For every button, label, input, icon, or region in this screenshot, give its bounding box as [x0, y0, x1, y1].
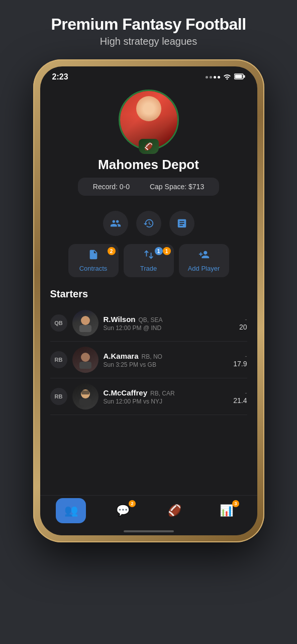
contracts-badge: 2	[108, 247, 116, 255]
trade-btn[interactable]: 1 1 Trade	[124, 244, 174, 277]
record-value: 0-0	[120, 183, 130, 191]
player-pos-team: RB, NO	[142, 353, 162, 360]
contracts-btn[interactable]: 2 Contracts	[68, 244, 119, 277]
team-name: Mahomes Depot	[98, 157, 199, 173]
stats-tab-icon: 📊	[220, 504, 233, 517]
svg-point-5	[81, 353, 90, 362]
tab-football[interactable]: 🏈	[159, 498, 189, 523]
position-badge-qb: QB	[50, 314, 67, 332]
player-game: Sun 12:00 PM vs NYJ	[104, 398, 224, 405]
tab-bar: 👥 2 💬 🏈 3 📊	[40, 495, 257, 535]
svg-rect-9	[81, 390, 89, 394]
trade-badge-orange: 1	[163, 247, 171, 255]
player-pos-team: RB, CAR	[150, 390, 175, 397]
team-action-btn[interactable]	[103, 211, 128, 236]
helmet-badge	[139, 139, 159, 154]
avatar	[72, 383, 98, 410]
action-icons-row	[40, 204, 257, 238]
screen-content: Mahomes Depot Record: 0-0 Cap Space: $71…	[40, 85, 257, 535]
wifi-icon	[223, 73, 231, 81]
table-row[interactable]: RB A.Kamara	[50, 342, 247, 378]
home-indicator	[124, 530, 174, 532]
football-tab-icon: 🏈	[168, 504, 181, 517]
player-pos-team: QB, SEA	[139, 316, 163, 324]
starters-section: Starters QB	[40, 283, 257, 415]
team-record: Record: 0-0	[93, 183, 130, 191]
position-badge-rb1: RB	[50, 351, 67, 368]
avatar-container	[119, 90, 179, 150]
player-info-mccaffrey: C.McCaffrey RB, CAR Sun 12:00 PM vs NYJ	[104, 388, 224, 405]
signal-dot-4	[218, 76, 220, 78]
tab-stats[interactable]: 3 📊	[211, 498, 241, 523]
add-player-label: Add Player	[188, 265, 220, 272]
table-row[interactable]: QB R.Wilson	[50, 305, 247, 342]
signal-dot-2	[210, 76, 212, 78]
svg-rect-4	[79, 325, 91, 332]
tab-chat[interactable]: 2 💬	[108, 498, 138, 523]
player-name: A.Kamara	[104, 352, 139, 360]
status-time: 2:23	[52, 72, 68, 82]
chat-tab-icon: 💬	[116, 504, 130, 517]
phone-frame: 2:23	[33, 59, 264, 542]
avatar	[72, 310, 98, 336]
avatar	[72, 347, 98, 373]
page-wrapper: Premium Fantasy Football High strategy l…	[0, 0, 297, 644]
contracts-icon	[88, 249, 99, 263]
team-cap: Cap Space: $713	[150, 183, 204, 191]
position-badge-rb2: RB	[50, 388, 67, 405]
svg-rect-8	[79, 398, 91, 406]
page-subtitle: High strategy leagues	[51, 36, 246, 47]
tab-team[interactable]: 👥	[56, 498, 86, 523]
team-header: Mahomes Depot Record: 0-0 Cap Space: $71…	[40, 85, 257, 204]
phone-screen: 2:23	[40, 66, 257, 535]
team-stats-bar: Record: 0-0 Cap Space: $713	[78, 178, 219, 196]
starters-title: Starters	[50, 288, 247, 300]
page-title: Premium Fantasy Football	[51, 15, 246, 34]
history-action-btn[interactable]	[136, 211, 161, 236]
cap-value: $713	[188, 183, 204, 191]
header-section: Premium Fantasy Football High strategy l…	[51, 15, 246, 47]
player-name: C.McCaffrey	[104, 388, 148, 397]
battery-icon	[234, 73, 245, 81]
status-icons	[206, 73, 245, 81]
player-score-mccaffrey: - 21.4	[229, 389, 247, 405]
add-player-icon	[199, 249, 210, 263]
svg-rect-6	[79, 362, 91, 369]
player-score-kamara: - 17.9	[229, 352, 247, 368]
trade-label: Trade	[140, 265, 157, 272]
news-action-btn[interactable]	[169, 211, 194, 236]
trade-icon	[143, 249, 154, 263]
player-score-wilson: - 20	[229, 315, 247, 331]
svg-rect-1	[243, 75, 245, 78]
trade-badge-blue: 1	[155, 247, 163, 255]
contracts-label: Contracts	[79, 265, 108, 272]
signal-dot-3	[214, 76, 216, 78]
signal-dot-1	[206, 76, 208, 78]
table-row[interactable]: RB	[50, 378, 247, 415]
chat-badge: 2	[129, 500, 136, 507]
svg-point-3	[81, 316, 90, 325]
svg-rect-2	[235, 75, 242, 78]
player-info-kamara: A.Kamara RB, NO Sun 3:25 PM vs GB	[104, 352, 224, 368]
player-name: R.Wilson	[104, 315, 136, 324]
player-game: Sun 12:00 PM @ IND	[104, 325, 224, 332]
add-player-btn[interactable]: Add Player	[179, 244, 229, 277]
quick-actions: 2 Contracts 1 1	[40, 238, 257, 283]
player-info-wilson: R.Wilson QB, SEA Sun 12:00 PM @ IND	[104, 315, 224, 332]
notch	[109, 66, 189, 82]
stats-badge: 3	[232, 500, 239, 507]
player-game: Sun 3:25 PM vs GB	[104, 361, 224, 368]
signal-dots	[206, 76, 220, 78]
team-tab-icon: 👥	[64, 504, 78, 517]
